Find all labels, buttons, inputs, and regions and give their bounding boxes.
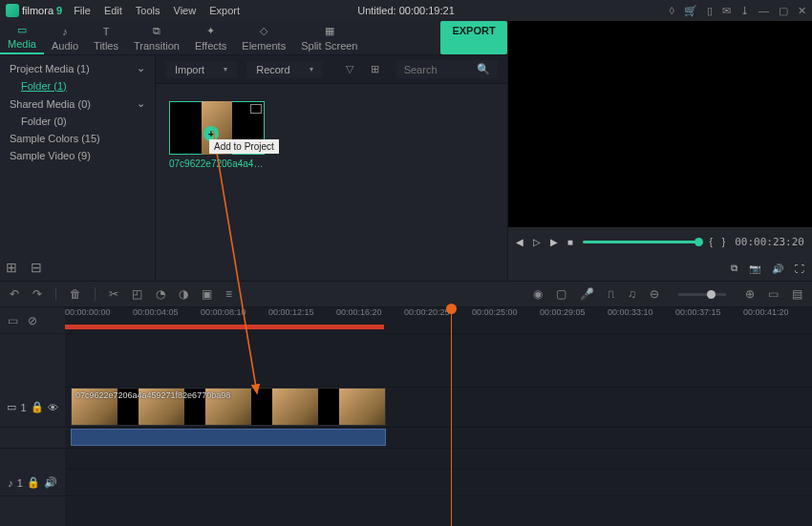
audio-clip[interactable] — [71, 429, 386, 446]
import-dropdown[interactable]: Import▾ — [165, 61, 237, 78]
tree-shared-media[interactable]: Shared Media (0)⌄ — [6, 95, 149, 113]
search-input[interactable] — [404, 64, 454, 75]
record-dropdown[interactable]: Record▾ — [246, 61, 322, 78]
tab-titles[interactable]: TTitles — [86, 21, 126, 54]
marker-icon[interactable]: ▢ — [556, 287, 566, 301]
tab-elements[interactable]: ◇Elements — [234, 21, 293, 54]
elements-icon: ◇ — [257, 25, 270, 38]
link-icon[interactable]: ⊘ — [28, 314, 37, 327]
tab-split-screen[interactable]: ▦Split Screen — [293, 21, 365, 54]
visibility-icon[interactable]: 👁 — [48, 402, 58, 413]
mixer-icon[interactable]: ⎍ — [608, 287, 614, 301]
manage-tracks-icon[interactable]: ▤ — [792, 287, 802, 301]
tree-folder-1[interactable]: Folder (1) — [6, 77, 149, 95]
video-track[interactable]: 07c9622e7206a4a459271f82e6770ba98 — [65, 388, 812, 428]
tree-sample-video[interactable]: Sample Video (9) — [6, 147, 149, 164]
mute-icon[interactable]: 🔊 — [44, 476, 57, 489]
preview-viewport[interactable] — [508, 21, 812, 227]
zoom-out-icon[interactable]: ⊖ — [650, 287, 659, 301]
maximize-icon[interactable]: ▢ — [779, 5, 788, 17]
notification-icon[interactable]: ⤓ — [740, 5, 749, 17]
zoom-fit-icon[interactable]: ▭ — [768, 287, 779, 301]
adjust-button[interactable]: ≡ — [225, 287, 232, 301]
preview-timecode: 00:00:23:20 — [735, 236, 804, 248]
menu-export[interactable]: Export — [209, 5, 240, 16]
speed-button[interactable]: ◔ — [156, 287, 165, 301]
timeline: ▭ ⊘ ▭1🔒👁 ♪1🔒🔊 00:00:00:0000:00:04:0500:0… — [0, 307, 812, 526]
mark-out-icon[interactable]: } — [722, 237, 725, 247]
snapshot-icon[interactable]: 📷 — [749, 263, 760, 274]
grid-view-icon[interactable]: ⊞ — [367, 61, 383, 77]
green-screen-button[interactable]: ▣ — [202, 287, 212, 301]
chevron-down-icon: ⌄ — [137, 97, 145, 110]
mail-icon[interactable]: ✉ — [722, 5, 731, 17]
account-icon[interactable]: ◊ — [670, 5, 674, 16]
menu-view[interactable]: View — [174, 5, 197, 16]
menu-edit[interactable]: Edit — [104, 5, 122, 16]
tooltip: Add to Project — [209, 139, 279, 154]
mark-in-icon[interactable]: { — [709, 237, 712, 247]
ruler-mark: 00:00:25:00 — [472, 307, 518, 317]
play-back-button[interactable]: ▷ — [533, 237, 541, 247]
remove-folder-icon[interactable]: ⊟ — [31, 260, 42, 275]
zoom-in-icon[interactable]: ⊕ — [745, 287, 755, 301]
divider — [55, 287, 56, 301]
split-button[interactable]: ✂ — [109, 287, 118, 301]
titlebar-right: ◊ 🛒 ▯ ✉ ⤓ — ▢ ✕ — [670, 5, 806, 17]
audio-sync-icon[interactable]: ♫ — [628, 287, 636, 301]
media-grid: 07c9622e7206a4a4592... + Add to Project — [156, 84, 507, 281]
play-button[interactable]: ▶ — [550, 237, 558, 247]
fullscreen-icon[interactable]: ⛶ — [795, 263, 804, 274]
thumbnail-badge-icon — [250, 104, 262, 114]
filter-icon[interactable]: ▽ — [342, 61, 357, 77]
ruler-mark: 00:00:04:05 — [133, 307, 179, 317]
timeline-left: ▭ ⊘ ▭1🔒👁 ♪1🔒🔊 — [0, 307, 65, 526]
redo-button[interactable]: ↷ — [32, 287, 42, 301]
templates-icon[interactable]: ▭ — [8, 314, 18, 327]
voiceover-icon[interactable]: 🎤 — [580, 287, 594, 301]
zoom-slider[interactable] — [678, 293, 726, 296]
quality-icon[interactable]: ⧉ — [731, 263, 737, 274]
volume-icon[interactable]: 🔊 — [772, 263, 783, 274]
tree-sample-colors[interactable]: Sample Colors (15) — [6, 130, 149, 147]
audio-track[interactable] — [65, 428, 812, 449]
stop-button[interactable]: ■ — [567, 237, 573, 247]
ruler-mark: 00:00:00:00 — [65, 307, 111, 317]
playhead[interactable] — [451, 307, 452, 526]
lock-icon[interactable]: 🔒 — [31, 401, 44, 413]
color-button[interactable]: ◑ — [179, 287, 188, 301]
export-button[interactable]: EXPORT — [440, 21, 506, 54]
tab-audio[interactable]: ♪Audio — [44, 21, 86, 54]
undo-button[interactable]: ↶ — [10, 287, 19, 301]
split-icon: ▦ — [323, 25, 336, 38]
tab-transition[interactable]: ⧉Transition — [126, 21, 187, 54]
lock-icon[interactable]: 🔒 — [27, 476, 40, 489]
timeline-tracks[interactable]: 00:00:00:0000:00:04:0500:00:08:1000:00:1… — [65, 307, 812, 526]
crop-button[interactable]: ◰ — [132, 287, 142, 301]
music-track-icon: ♪ — [8, 477, 13, 489]
ruler-played-region — [65, 325, 384, 329]
menu-tools[interactable]: Tools — [136, 5, 160, 16]
minimize-icon[interactable]: — — [759, 5, 769, 16]
tree-project-media[interactable]: Project Media (1)⌄ — [6, 59, 149, 77]
cart-icon[interactable]: 🛒 — [684, 5, 697, 17]
tab-effects[interactable]: ✦Effects — [187, 21, 234, 54]
tab-media[interactable]: ▭Media — [0, 21, 44, 54]
prev-frame-button[interactable]: ◀ — [516, 237, 524, 247]
music-track[interactable] — [65, 470, 812, 496]
tree-folder-0[interactable]: Folder (0) — [6, 113, 149, 130]
search-box[interactable]: 🔍 — [396, 60, 498, 78]
new-folder-icon[interactable]: ⊞ — [6, 260, 17, 275]
bookmark-icon[interactable]: ▯ — [707, 5, 713, 17]
close-icon[interactable]: ✕ — [798, 5, 806, 17]
video-clip[interactable]: 07c9622e7206a4a459271f82e6770ba98 — [71, 388, 386, 426]
menu-file[interactable]: File — [74, 5, 91, 16]
effects-icon: ✦ — [204, 25, 218, 38]
clip-frame — [339, 389, 385, 425]
render-icon[interactable]: ◉ — [533, 287, 543, 301]
delete-button[interactable]: 🗑 — [70, 287, 81, 301]
search-icon[interactable]: 🔍 — [477, 63, 490, 75]
ruler-mark: 00:00:08:10 — [201, 307, 246, 317]
timeline-ruler[interactable]: 00:00:00:0000:00:04:0500:00:08:1000:00:1… — [65, 307, 812, 334]
preview-slider[interactable] — [583, 241, 700, 243]
